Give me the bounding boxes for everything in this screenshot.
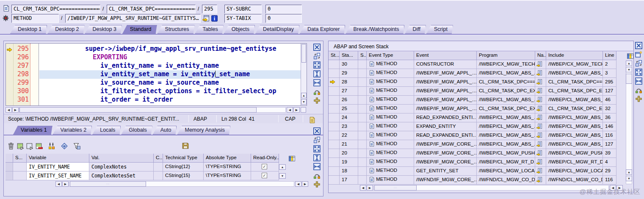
tab-detaildisplay[interactable]: DetailDisplay [255,25,299,34]
navigate-cell-icon[interactable] [536,141,542,147]
scroll-up-button[interactable]: ▲ [301,93,307,98]
navigate-cell-icon[interactable] [536,114,542,120]
close-icon[interactable] [313,127,321,135]
tab-objects[interactable]: Objects [224,25,255,34]
program-cell[interactable]: /IWBEP/CL_MGW_ABS_… [477,131,535,140]
column-header[interactable]: Na... [535,51,546,60]
code-vertical-scrollbar[interactable]: ▲ ▼ [301,44,307,105]
stack-row[interactable]: 29 METHOD/IWBEP/IF_MGW_APPL_…/IWBEP/CL_M… [329,69,627,78]
event-cell[interactable]: /IWBEP/IF_MGW_APPL_… [414,78,477,87]
code-line[interactable]: iv_source_name = iv_source_name [39,79,301,87]
jump-icon[interactable] [635,86,642,94]
event-cell[interactable]: CONSTRUCTOR [414,60,477,69]
jump-icon[interactable] [313,172,321,179]
tab-standard[interactable]: Standard [122,25,157,34]
tab-diff[interactable]: Diff [405,25,426,34]
new-window-icon[interactable] [635,51,642,58]
program-cell[interactable]: CL_CRM_TASK_DPC_EXT… [477,105,535,113]
tab-variables-2[interactable]: Variables 2 [53,126,92,135]
event-cell[interactable]: READ_EXPANDED_ENTI… [414,131,477,140]
include-cell[interactable]: /IWBEP/CL_MGW_ABS_… [546,122,603,131]
swap-icon[interactable] [635,60,642,67]
navigate-cell[interactable] [535,78,546,87]
column-header[interactable]: Read-Only... [251,154,279,163]
scroll-left-button[interactable]: ◀ [360,185,366,191]
line-number[interactable]: 298 [14,70,29,78]
include-cell[interactable]: /IWBEP/CL_MGW_ABS_… [546,140,603,149]
program-cell[interactable]: /IWBEP/CX_MGW_TECH… [477,60,535,69]
tab-tables[interactable]: Tables [195,25,224,34]
scroll-right-button[interactable]: ▶ [62,181,69,187]
services-icon[interactable] [313,97,321,104]
program-cell[interactable]: /IWBEP/CL_MGW_LOCA… [477,167,535,176]
current-arrow-icon[interactable] [6,47,13,53]
event-cell[interactable]: /IWBEP/IF_MGW_APPL_… [414,96,477,105]
navigate-cell-icon[interactable] [536,88,542,94]
expand-horizontal-icon[interactable] [313,79,321,86]
tab-desktop-3[interactable]: Desktop 3 [85,25,122,34]
close-icon[interactable] [313,44,321,51]
swap-icon[interactable] [313,53,321,60]
navigate-cell-icon[interactable] [536,97,542,102]
read-only-checkbox[interactable]: ✓ [262,164,267,169]
column-header[interactable]: Line [603,51,616,60]
navigate-cell[interactable] [535,69,546,78]
sy-tabix-value-field[interactable]: 0 [265,14,302,23]
column-header[interactable]: S.. [358,51,367,60]
code-line[interactable]: super->/iwbep/if_mgw_appl_srv_runtime~ge… [39,45,301,53]
column-header[interactable]: Sta... [340,51,358,60]
include-cell[interactable]: /IWBEP/CL_MGW_ABS_… [546,131,603,140]
program-cell[interactable]: /IWBEP/CL_MGW_PUSH… [477,149,535,158]
navigate-cell[interactable] [535,176,546,185]
tab-auto[interactable]: Auto [153,126,177,135]
stack-row[interactable]: 22 METHODREAD_EXPANDED_ENTI…/IWBEP/CL_MG… [329,131,627,140]
navigate-cell-icon[interactable] [536,70,542,76]
stack-row[interactable]: 18 METHODGET_ENTITY_SET/IWBEP/CL_MGW_LOC… [329,167,627,176]
program-cell[interactable]: /IWBEP/CL_MGW_ABS_… [477,96,535,105]
stack-row[interactable]: 24 METHODREAD_EXPANDED_ENTI…/IWBEP/CL_MG… [329,113,627,122]
column-header[interactable]: Val. [89,154,154,163]
navigate-cell-icon[interactable] [536,61,542,67]
stack-row[interactable]: 20 METHOD/IWBEP/IF_MGW_CORE_…/IWBEP/CL_M… [329,149,627,158]
navigate-cell[interactable] [535,131,546,140]
program-cell[interactable]: CL_CRM_TASK_DPC_EXT… [477,87,535,96]
scroll-up-button[interactable]: ▲ [279,164,286,170]
event-cell[interactable]: /IWBEP/IF_MGW_APPL_… [414,87,477,96]
variable-value-cell[interactable]: ComplexNotesSet [89,171,154,180]
tab-globals[interactable]: Globals [121,126,152,135]
filter-icon[interactable] [73,142,81,150]
display-source-icon[interactable] [202,14,210,22]
code-line[interactable]: it_order = it_order [39,96,301,104]
maximize-icon[interactable] [313,61,321,69]
scroll-left-button[interactable]: ◀ [6,107,12,113]
close-icon[interactable] [635,42,642,49]
delete-icon[interactable] [7,142,15,150]
maximize-icon[interactable] [313,145,321,152]
column-header[interactable]: Program [477,51,535,60]
include-cell[interactable]: /IWFND/CL_MGW_CO_D… [546,176,603,185]
line-number-field[interactable]: 295 [202,5,217,14]
sy-subrc-value-field[interactable]: 0 [265,5,302,14]
scroll-up-button[interactable]: ▲ [626,61,632,66]
line-number[interactable]: 297 [14,62,29,69]
event-cell[interactable]: /IWBEP/IF_MGW_CORE_… [414,149,477,158]
code-line[interactable]: it_filter_select_options = it_filter_sel… [39,87,301,96]
column-header[interactable]: Variable [27,154,89,163]
scroll-right-button[interactable]: ▶ [302,181,308,187]
program-cell[interactable]: /IWBEP/CL_MGW_ABS_… [477,113,535,122]
code-editor[interactable]: 295super->/iwbep/if_mgw_appl_srv_runtime… [6,43,307,106]
column-header[interactable]: Include [546,51,603,60]
stack-row[interactable]: 28 METHOD/IWBEP/IF_MGW_APPL_…CL_CRM_TASK… [329,78,627,87]
column-header[interactable]: Event [414,51,477,60]
include-cell[interactable]: /IWBEP/CL_MGW_ABS_… [546,113,603,122]
navigate-cell-icon[interactable] [536,79,542,85]
info-icon[interactable]: i [211,15,218,22]
column-header[interactable]: S... [13,154,27,163]
scroll-right-button[interactable]: ▶ [367,185,373,191]
include-cell[interactable]: /IWBEP/CL_MGW_PUSH… [546,149,603,158]
program-cell[interactable]: /IWBEP/CL_MGW_ABS_… [477,69,535,78]
tab-desktop-1[interactable]: Desktop 1 [10,25,47,34]
navigate-cell[interactable] [535,96,546,105]
navigate-cell[interactable] [535,87,546,96]
scroll-down-button[interactable]: ▼ [626,176,632,181]
